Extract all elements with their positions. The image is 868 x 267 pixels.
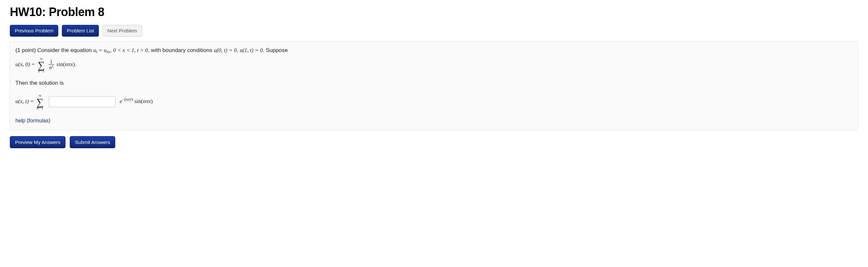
problem-list-button[interactable]: Problem List bbox=[62, 25, 99, 37]
previous-problem-button[interactable]: Previous Problem bbox=[10, 25, 58, 37]
problem-nav: Previous Problem Problem List Next Probl… bbox=[10, 25, 858, 37]
summation-symbol: ∞ ∑ n=1 bbox=[38, 57, 44, 73]
sigma-icon: ∑ bbox=[38, 61, 44, 69]
then-text: Then the solution is bbox=[16, 80, 852, 87]
solution-summation: ∞ ∑ n=1 bbox=[37, 94, 43, 110]
submit-answers-button[interactable]: Submit Answers bbox=[70, 136, 116, 148]
solution-sin: sin(nπx) bbox=[134, 98, 153, 104]
problem-statement: (1 point) Consider the equation ut = uxx… bbox=[16, 46, 852, 55]
domain-text: 0 < x < 1, t > 0 bbox=[113, 47, 148, 53]
bc-2: u(1, t) = 0 bbox=[240, 47, 262, 53]
initial-condition: u(x, 0) = ∞ ∑ n=1 1 n5 sin(nπx). bbox=[16, 57, 852, 73]
action-row: Preview My Answers Submit Answers bbox=[10, 136, 858, 148]
page-title: HW10: Problem 8 bbox=[10, 5, 858, 19]
fraction-denominator: n5 bbox=[49, 64, 54, 70]
ic-sin: sin(nπx). bbox=[57, 61, 76, 67]
solution-expression: u(x, t) = ∞ ∑ n=1 e−(nπ)²t sin(nπx) bbox=[16, 94, 852, 110]
exp-base: e bbox=[120, 98, 122, 104]
intro-text-2: , with boundary conditions bbox=[148, 47, 214, 53]
fraction-numerator: 1 bbox=[49, 59, 54, 64]
points-label: (1 point) bbox=[16, 47, 37, 53]
bc-1: u(0, t) = 0 bbox=[214, 47, 237, 53]
intro-text-1: Consider the equation bbox=[37, 47, 93, 53]
sol-sum-lower: n=1 bbox=[37, 106, 43, 110]
pde-equation: ut = uxx bbox=[93, 47, 110, 53]
answer-input[interactable] bbox=[49, 96, 116, 107]
fraction: 1 n5 bbox=[49, 59, 54, 70]
sol-sigma-icon: ∑ bbox=[37, 98, 43, 106]
help-formulas-link[interactable]: help (formulas) bbox=[16, 118, 51, 123]
exp-superscript: −(nπ)²t bbox=[122, 97, 133, 102]
problem-body: (1 point) Consider the equation ut = uxx… bbox=[10, 41, 858, 130]
solution-lhs: u(x, t) = bbox=[16, 98, 35, 104]
solution-tail: e−(nπ)²t sin(nπx) bbox=[120, 98, 153, 104]
intro-text-3: . Suppose bbox=[262, 47, 288, 53]
next-problem-button[interactable]: Next Problem bbox=[102, 25, 142, 37]
preview-answers-button[interactable]: Preview My Answers bbox=[10, 136, 65, 148]
ic-lhs: u(x, 0) = bbox=[16, 61, 36, 67]
sum-lower-limit: n=1 bbox=[38, 69, 44, 73]
